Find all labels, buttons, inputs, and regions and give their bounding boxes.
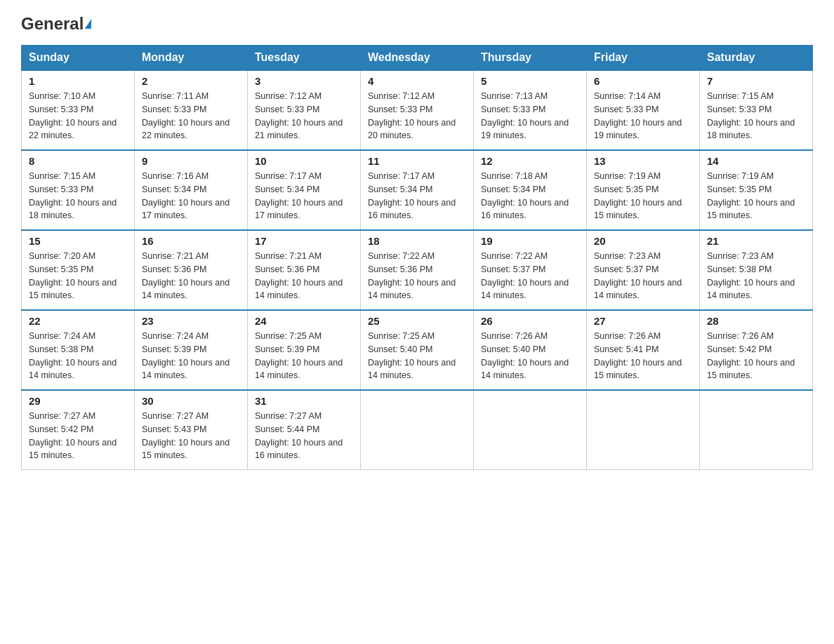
day-number: 8 xyxy=(29,155,127,167)
day-info: Sunrise: 7:24 AMSunset: 5:38 PMDaylight:… xyxy=(29,330,127,382)
page-header: General xyxy=(21,14,813,32)
day-number: 6 xyxy=(594,75,692,87)
calendar-cell: 21Sunrise: 7:23 AMSunset: 5:38 PMDayligh… xyxy=(700,230,813,310)
calendar-cell: 11Sunrise: 7:17 AMSunset: 5:34 PMDayligh… xyxy=(361,150,474,230)
logo-general: General xyxy=(21,14,84,34)
weekday-header-sunday: Sunday xyxy=(22,46,135,71)
day-number: 24 xyxy=(255,315,353,327)
day-number: 20 xyxy=(594,235,692,247)
day-number: 22 xyxy=(29,315,127,327)
calendar-week-row: 1Sunrise: 7:10 AMSunset: 5:33 PMDaylight… xyxy=(22,70,813,150)
calendar-cell: 29Sunrise: 7:27 AMSunset: 5:42 PMDayligh… xyxy=(22,390,135,470)
day-info: Sunrise: 7:10 AMSunset: 5:33 PMDaylight:… xyxy=(29,90,127,142)
day-info: Sunrise: 7:26 AMSunset: 5:42 PMDaylight:… xyxy=(707,330,805,382)
day-info: Sunrise: 7:24 AMSunset: 5:39 PMDaylight:… xyxy=(142,330,240,382)
day-number: 16 xyxy=(142,235,240,247)
day-info: Sunrise: 7:25 AMSunset: 5:39 PMDaylight:… xyxy=(255,330,353,382)
weekday-header-monday: Monday xyxy=(135,46,248,71)
calendar-week-row: 29Sunrise: 7:27 AMSunset: 5:42 PMDayligh… xyxy=(22,390,813,470)
day-info: Sunrise: 7:11 AMSunset: 5:33 PMDaylight:… xyxy=(142,90,240,142)
day-info: Sunrise: 7:13 AMSunset: 5:33 PMDaylight:… xyxy=(481,90,579,142)
calendar-cell xyxy=(700,390,813,470)
calendar-cell: 23Sunrise: 7:24 AMSunset: 5:39 PMDayligh… xyxy=(135,310,248,390)
day-number: 30 xyxy=(142,395,240,407)
day-info: Sunrise: 7:27 AMSunset: 5:42 PMDaylight:… xyxy=(29,410,127,462)
day-info: Sunrise: 7:14 AMSunset: 5:33 PMDaylight:… xyxy=(594,90,692,142)
day-number: 28 xyxy=(707,315,805,327)
day-number: 23 xyxy=(142,315,240,327)
day-info: Sunrise: 7:26 AMSunset: 5:40 PMDaylight:… xyxy=(481,330,579,382)
day-number: 21 xyxy=(707,235,805,247)
day-info: Sunrise: 7:23 AMSunset: 5:37 PMDaylight:… xyxy=(594,250,692,302)
weekday-header-friday: Friday xyxy=(587,46,700,71)
day-info: Sunrise: 7:22 AMSunset: 5:36 PMDaylight:… xyxy=(368,250,466,302)
calendar-table: SundayMondayTuesdayWednesdayThursdayFrid… xyxy=(21,45,813,470)
day-number: 26 xyxy=(481,315,579,327)
weekday-header-tuesday: Tuesday xyxy=(248,46,361,71)
calendar-cell: 17Sunrise: 7:21 AMSunset: 5:36 PMDayligh… xyxy=(248,230,361,310)
day-number: 3 xyxy=(255,75,353,87)
logo-arrow-icon xyxy=(85,19,93,29)
calendar-cell: 24Sunrise: 7:25 AMSunset: 5:39 PMDayligh… xyxy=(248,310,361,390)
calendar-cell: 9Sunrise: 7:16 AMSunset: 5:34 PMDaylight… xyxy=(135,150,248,230)
calendar-cell: 5Sunrise: 7:13 AMSunset: 5:33 PMDaylight… xyxy=(474,70,587,150)
calendar-cell xyxy=(474,390,587,470)
calendar-cell: 31Sunrise: 7:27 AMSunset: 5:44 PMDayligh… xyxy=(248,390,361,470)
day-info: Sunrise: 7:21 AMSunset: 5:36 PMDaylight:… xyxy=(255,250,353,302)
calendar-cell: 20Sunrise: 7:23 AMSunset: 5:37 PMDayligh… xyxy=(587,230,700,310)
weekday-header-saturday: Saturday xyxy=(700,46,813,71)
calendar-cell: 1Sunrise: 7:10 AMSunset: 5:33 PMDaylight… xyxy=(22,70,135,150)
day-number: 29 xyxy=(29,395,127,407)
calendar-cell: 3Sunrise: 7:12 AMSunset: 5:33 PMDaylight… xyxy=(248,70,361,150)
day-number: 27 xyxy=(594,315,692,327)
calendar-week-row: 8Sunrise: 7:15 AMSunset: 5:33 PMDaylight… xyxy=(22,150,813,230)
day-info: Sunrise: 7:19 AMSunset: 5:35 PMDaylight:… xyxy=(594,170,692,222)
calendar-cell: 8Sunrise: 7:15 AMSunset: 5:33 PMDaylight… xyxy=(22,150,135,230)
day-info: Sunrise: 7:27 AMSunset: 5:43 PMDaylight:… xyxy=(142,410,240,462)
calendar-week-row: 22Sunrise: 7:24 AMSunset: 5:38 PMDayligh… xyxy=(22,310,813,390)
calendar-cell: 28Sunrise: 7:26 AMSunset: 5:42 PMDayligh… xyxy=(700,310,813,390)
day-info: Sunrise: 7:15 AMSunset: 5:33 PMDaylight:… xyxy=(707,90,805,142)
weekday-header-thursday: Thursday xyxy=(474,46,587,71)
day-number: 18 xyxy=(368,235,466,247)
day-number: 17 xyxy=(255,235,353,247)
day-number: 5 xyxy=(481,75,579,87)
day-info: Sunrise: 7:20 AMSunset: 5:35 PMDaylight:… xyxy=(29,250,127,302)
day-number: 2 xyxy=(142,75,240,87)
day-number: 31 xyxy=(255,395,353,407)
calendar-cell: 13Sunrise: 7:19 AMSunset: 5:35 PMDayligh… xyxy=(587,150,700,230)
calendar-cell: 2Sunrise: 7:11 AMSunset: 5:33 PMDaylight… xyxy=(135,70,248,150)
calendar-cell: 4Sunrise: 7:12 AMSunset: 5:33 PMDaylight… xyxy=(361,70,474,150)
day-info: Sunrise: 7:17 AMSunset: 5:34 PMDaylight:… xyxy=(368,170,466,222)
day-info: Sunrise: 7:26 AMSunset: 5:41 PMDaylight:… xyxy=(594,330,692,382)
day-info: Sunrise: 7:16 AMSunset: 5:34 PMDaylight:… xyxy=(142,170,240,222)
calendar-cell: 26Sunrise: 7:26 AMSunset: 5:40 PMDayligh… xyxy=(474,310,587,390)
calendar-cell: 25Sunrise: 7:25 AMSunset: 5:40 PMDayligh… xyxy=(361,310,474,390)
day-number: 12 xyxy=(481,155,579,167)
calendar-cell: 18Sunrise: 7:22 AMSunset: 5:36 PMDayligh… xyxy=(361,230,474,310)
day-number: 25 xyxy=(368,315,466,327)
day-info: Sunrise: 7:15 AMSunset: 5:33 PMDaylight:… xyxy=(29,170,127,222)
calendar-cell xyxy=(587,390,700,470)
day-number: 1 xyxy=(29,75,127,87)
weekday-header-wednesday: Wednesday xyxy=(361,46,474,71)
calendar-cell xyxy=(361,390,474,470)
day-number: 15 xyxy=(29,235,127,247)
day-info: Sunrise: 7:19 AMSunset: 5:35 PMDaylight:… xyxy=(707,170,805,222)
day-number: 13 xyxy=(594,155,692,167)
day-info: Sunrise: 7:12 AMSunset: 5:33 PMDaylight:… xyxy=(255,90,353,142)
day-info: Sunrise: 7:12 AMSunset: 5:33 PMDaylight:… xyxy=(368,90,466,142)
day-number: 7 xyxy=(707,75,805,87)
day-info: Sunrise: 7:23 AMSunset: 5:38 PMDaylight:… xyxy=(707,250,805,302)
calendar-cell: 15Sunrise: 7:20 AMSunset: 5:35 PMDayligh… xyxy=(22,230,135,310)
day-info: Sunrise: 7:27 AMSunset: 5:44 PMDaylight:… xyxy=(255,410,353,462)
day-number: 9 xyxy=(142,155,240,167)
calendar-cell: 12Sunrise: 7:18 AMSunset: 5:34 PMDayligh… xyxy=(474,150,587,230)
calendar-cell: 27Sunrise: 7:26 AMSunset: 5:41 PMDayligh… xyxy=(587,310,700,390)
logo: General xyxy=(21,14,92,32)
day-info: Sunrise: 7:25 AMSunset: 5:40 PMDaylight:… xyxy=(368,330,466,382)
day-number: 10 xyxy=(255,155,353,167)
day-number: 19 xyxy=(481,235,579,247)
calendar-cell: 6Sunrise: 7:14 AMSunset: 5:33 PMDaylight… xyxy=(587,70,700,150)
calendar-cell: 16Sunrise: 7:21 AMSunset: 5:36 PMDayligh… xyxy=(135,230,248,310)
